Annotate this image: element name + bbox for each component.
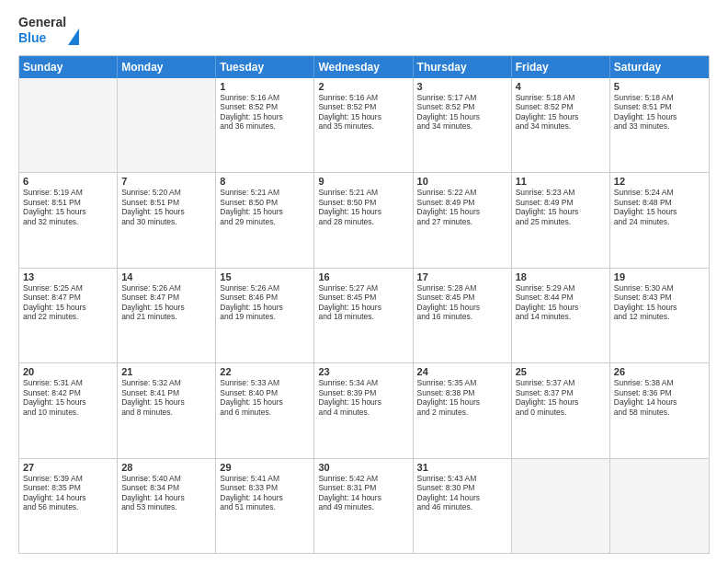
sunset-text: Sunset: 8:35 PM <box>23 483 113 493</box>
calendar-week-4: 20Sunrise: 5:31 AMSunset: 8:42 PMDayligh… <box>19 363 709 458</box>
sunset-text: Sunset: 8:52 PM <box>516 102 606 112</box>
daylight-text-1: Daylight: 14 hours <box>220 493 310 503</box>
calendar-cell: 29Sunrise: 5:41 AMSunset: 8:33 PMDayligh… <box>216 459 314 553</box>
calendar-cell: 21Sunrise: 5:32 AMSunset: 8:41 PMDayligh… <box>118 363 216 457</box>
sunrise-text: Sunrise: 5:28 AM <box>417 283 507 293</box>
sunset-text: Sunset: 8:39 PM <box>318 388 408 398</box>
sunrise-text: Sunrise: 5:43 AM <box>417 474 507 484</box>
day-number: 30 <box>318 462 408 473</box>
daylight-text-2: and 34 minutes. <box>417 121 507 132</box>
daylight-text-1: Daylight: 15 hours <box>318 397 408 408</box>
day-number: 31 <box>417 462 507 473</box>
header: GeneralBlue <box>18 15 710 46</box>
daylight-text-2: and 12 minutes. <box>614 312 705 322</box>
calendar-week-1: 1Sunrise: 5:16 AMSunset: 8:52 PMDaylight… <box>19 78 709 173</box>
sunrise-text: Sunrise: 5:20 AM <box>121 188 211 198</box>
daylight-text-1: Daylight: 15 hours <box>318 207 408 217</box>
day-number: 22 <box>220 366 310 377</box>
sunset-text: Sunset: 8:45 PM <box>417 293 507 303</box>
calendar-cell: 20Sunrise: 5:31 AMSunset: 8:42 PMDayligh… <box>19 363 118 457</box>
header-day-thursday: Thursday <box>414 56 512 78</box>
calendar-cell: 13Sunrise: 5:25 AMSunset: 8:47 PMDayligh… <box>19 269 118 362</box>
calendar-cell: 7Sunrise: 5:20 AMSunset: 8:51 PMDaylight… <box>118 173 216 267</box>
daylight-text-1: Daylight: 15 hours <box>516 207 606 217</box>
sunrise-text: Sunrise: 5:16 AM <box>318 93 408 103</box>
sunrise-text: Sunrise: 5:17 AM <box>417 93 507 103</box>
calendar-cell: 16Sunrise: 5:27 AMSunset: 8:45 PMDayligh… <box>314 269 413 362</box>
header-day-wednesday: Wednesday <box>314 56 413 78</box>
calendar-week-2: 6Sunrise: 5:19 AMSunset: 8:51 PMDaylight… <box>19 173 709 268</box>
sunrise-text: Sunrise: 5:34 AM <box>318 378 408 388</box>
daylight-text-1: Daylight: 15 hours <box>516 397 606 408</box>
calendar-cell: 24Sunrise: 5:35 AMSunset: 8:38 PMDayligh… <box>414 363 512 457</box>
sunrise-text: Sunrise: 5:18 AM <box>614 93 705 103</box>
header-day-friday: Friday <box>512 56 610 78</box>
daylight-text-2: and 25 minutes. <box>516 217 606 227</box>
daylight-text-1: Daylight: 14 hours <box>23 493 113 503</box>
sunset-text: Sunset: 8:51 PM <box>23 198 113 208</box>
day-number: 4 <box>516 81 606 92</box>
sunrise-text: Sunrise: 5:31 AM <box>23 378 113 388</box>
calendar-cell: 6Sunrise: 5:19 AMSunset: 8:51 PMDaylight… <box>19 173 118 267</box>
calendar-cell: 30Sunrise: 5:42 AMSunset: 8:31 PMDayligh… <box>314 459 413 553</box>
header-day-sunday: Sunday <box>19 56 118 78</box>
day-number: 17 <box>417 271 507 282</box>
daylight-text-2: and 18 minutes. <box>318 312 408 322</box>
daylight-text-2: and 56 minutes. <box>23 502 113 512</box>
daylight-text-2: and 22 minutes. <box>23 312 113 322</box>
sunrise-text: Sunrise: 5:24 AM <box>614 188 705 198</box>
sunrise-text: Sunrise: 5:23 AM <box>516 188 606 198</box>
day-number: 3 <box>417 81 507 92</box>
calendar-cell: 1Sunrise: 5:16 AMSunset: 8:52 PMDaylight… <box>216 78 314 172</box>
daylight-text-1: Daylight: 15 hours <box>121 303 211 313</box>
sunrise-text: Sunrise: 5:38 AM <box>614 378 705 388</box>
page: GeneralBlue SundayMondayTuesdayWednesday… <box>0 0 728 563</box>
logo: GeneralBlue <box>18 15 79 46</box>
sunrise-text: Sunrise: 5:22 AM <box>417 188 507 198</box>
daylight-text-1: Daylight: 15 hours <box>614 207 705 217</box>
day-number: 11 <box>516 176 606 187</box>
daylight-text-2: and 53 minutes. <box>121 502 211 512</box>
daylight-text-1: Daylight: 15 hours <box>23 303 113 313</box>
daylight-text-1: Daylight: 15 hours <box>516 112 606 122</box>
sunrise-text: Sunrise: 5:21 AM <box>318 188 408 198</box>
calendar-cell: 9Sunrise: 5:21 AMSunset: 8:50 PMDaylight… <box>314 173 413 267</box>
day-number: 12 <box>614 176 705 187</box>
day-number: 28 <box>121 462 211 473</box>
daylight-text-2: and 30 minutes. <box>121 217 211 227</box>
sunset-text: Sunset: 8:52 PM <box>417 102 507 112</box>
daylight-text-2: and 28 minutes. <box>318 217 408 227</box>
sunrise-text: Sunrise: 5:27 AM <box>318 283 408 293</box>
day-number: 6 <box>23 176 113 187</box>
sunset-text: Sunset: 8:36 PM <box>614 388 705 398</box>
daylight-text-2: and 32 minutes. <box>23 217 113 227</box>
logo-triangle-icon <box>68 29 79 45</box>
calendar-cell: 2Sunrise: 5:16 AMSunset: 8:52 PMDaylight… <box>314 78 413 172</box>
calendar-cell: 8Sunrise: 5:21 AMSunset: 8:50 PMDaylight… <box>216 173 314 267</box>
calendar-cell <box>19 78 118 172</box>
sunset-text: Sunset: 8:50 PM <box>318 198 408 208</box>
sunset-text: Sunset: 8:30 PM <box>417 483 507 493</box>
day-number: 8 <box>220 176 310 187</box>
daylight-text-1: Daylight: 14 hours <box>121 493 211 503</box>
calendar: SundayMondayTuesdayWednesdayThursdayFrid… <box>18 55 710 554</box>
daylight-text-2: and 19 minutes. <box>220 312 310 322</box>
daylight-text-2: and 34 minutes. <box>516 121 606 132</box>
daylight-text-1: Daylight: 15 hours <box>121 397 211 408</box>
calendar-cell: 19Sunrise: 5:30 AMSunset: 8:43 PMDayligh… <box>610 269 709 362</box>
sunset-text: Sunset: 8:38 PM <box>417 388 507 398</box>
daylight-text-2: and 51 minutes. <box>220 502 310 512</box>
sunset-text: Sunset: 8:52 PM <box>220 102 310 112</box>
sunrise-text: Sunrise: 5:33 AM <box>220 378 310 388</box>
sunrise-text: Sunrise: 5:37 AM <box>516 378 606 388</box>
daylight-text-2: and 27 minutes. <box>417 217 507 227</box>
daylight-text-1: Daylight: 15 hours <box>614 112 705 122</box>
sunset-text: Sunset: 8:50 PM <box>220 198 310 208</box>
sunset-text: Sunset: 8:49 PM <box>516 198 606 208</box>
daylight-text-1: Daylight: 15 hours <box>318 303 408 313</box>
daylight-text-2: and 33 minutes. <box>614 121 705 132</box>
sunrise-text: Sunrise: 5:26 AM <box>121 283 211 293</box>
sunset-text: Sunset: 8:41 PM <box>121 388 211 398</box>
day-number: 29 <box>220 462 310 473</box>
calendar-cell: 12Sunrise: 5:24 AMSunset: 8:48 PMDayligh… <box>610 173 709 267</box>
